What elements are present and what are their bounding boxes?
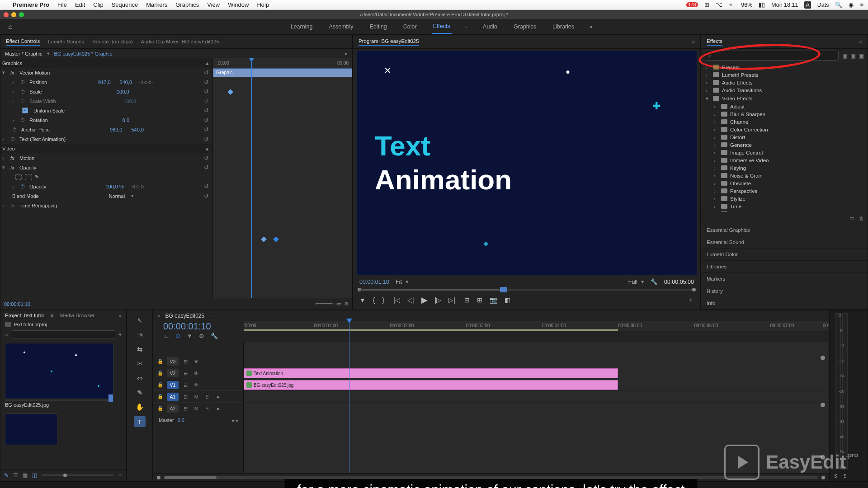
- add-marker-icon[interactable]: ▼: [359, 296, 366, 304]
- ec-graphics-header[interactable]: Graphics: [2, 61, 22, 66]
- ripple-edit-tool[interactable]: ⇆: [134, 344, 146, 355]
- ec-text[interactable]: Text (Text Animation): [19, 136, 66, 142]
- freeform-view-icon[interactable]: ◫: [32, 472, 37, 479]
- track-v3[interactable]: V3: [167, 357, 179, 366]
- app-name[interactable]: Premiere Pro: [13, 1, 49, 8]
- fx-channel[interactable]: Channel: [730, 119, 750, 125]
- ec-pos-y[interactable]: 540,0: [120, 80, 132, 85]
- master-value[interactable]: 0,0: [178, 418, 184, 423]
- pen-tool[interactable]: ✎: [134, 387, 146, 398]
- snap-icon[interactable]: ⊏: [164, 333, 169, 339]
- new-item-icon[interactable]: ≣: [118, 472, 123, 479]
- fx-color-correction[interactable]: Color Correction: [730, 127, 768, 132]
- uniform-scale-checkbox[interactable]: [22, 108, 28, 113]
- workspace-graphics[interactable]: Graphics: [512, 20, 538, 33]
- ec-clip-label[interactable]: BG easyEdit025 * Graphic: [54, 51, 112, 56]
- fx-immersive[interactable]: Immersive Video: [730, 158, 769, 163]
- yuv-icon[interactable]: ▣: [859, 52, 864, 59]
- add-keyframe-icon[interactable]: ◇: [144, 80, 148, 84]
- effects-search-input[interactable]: [705, 51, 839, 61]
- battery-icon[interactable]: ▮▯: [759, 1, 765, 8]
- menu-sequence[interactable]: Sequence: [112, 1, 138, 8]
- tab-project[interactable]: Project: text tutor: [5, 313, 44, 318]
- timeline-playhead[interactable]: [349, 319, 349, 473]
- comparison-icon[interactable]: ◧: [505, 296, 510, 304]
- keyframe-diamond[interactable]: [261, 236, 267, 242]
- notification-center-icon[interactable]: ≡: [860, 1, 863, 8]
- extract-icon[interactable]: ⊞: [477, 296, 482, 304]
- tab-media-browser[interactable]: Media Browser: [60, 313, 95, 318]
- fx-noise[interactable]: Noise & Grain: [730, 173, 763, 178]
- notification-badge[interactable]: 178: [686, 2, 698, 7]
- ec-pos-x[interactable]: 917,0: [98, 80, 111, 85]
- workspace-libraries[interactable]: Libraries: [551, 20, 576, 33]
- panel-markers[interactable]: Markers: [701, 273, 868, 285]
- fx-stylize[interactable]: Stylize: [730, 196, 745, 202]
- clock[interactable]: Mon 18:11: [771, 2, 798, 8]
- ec-opacity[interactable]: Opacity: [19, 165, 36, 170]
- 32bit-icon[interactable]: ▣: [850, 52, 856, 59]
- input-source-icon[interactable]: A: [804, 1, 811, 9]
- ec-motion[interactable]: Motion: [19, 155, 34, 161]
- timeline-ruler[interactable]: :00:00 00:00:01:00 00:00:02:00 00:00:03:…: [244, 321, 829, 331]
- keyframe-diamond[interactable]: [227, 89, 233, 95]
- settings-icon[interactable]: ⚙: [344, 301, 349, 307]
- hand-tool[interactable]: ✋: [134, 402, 146, 413]
- reset-icon[interactable]: ↺: [204, 192, 209, 199]
- reset-icon[interactable]: ↺: [204, 136, 209, 142]
- workspace-color[interactable]: Color: [402, 20, 418, 33]
- fx-distort[interactable]: Distort: [730, 135, 745, 140]
- filter-icon[interactable]: ▾: [119, 332, 122, 338]
- ec-clipbar[interactable]: Graphic: [213, 68, 352, 77]
- lift-icon[interactable]: ⊟: [464, 296, 470, 304]
- go-to-out-icon[interactable]: ▷|: [448, 296, 455, 304]
- fx-badge-icon[interactable]: fx: [10, 70, 17, 75]
- workspace-editing[interactable]: Editing: [368, 20, 388, 33]
- mask-shape-icons[interactable]: ✎: [15, 174, 42, 180]
- reset-icon[interactable]: ↺: [204, 79, 209, 85]
- panel-menu-icon[interactable]: ≡: [859, 39, 862, 44]
- lock-icon[interactable]: 🔒: [156, 358, 164, 364]
- tab-program[interactable]: Program: BG easyEdit025: [359, 38, 419, 46]
- workspace-menu-icon[interactable]: ≡: [465, 24, 468, 29]
- stopwatch-icon[interactable]: ⏱: [20, 184, 27, 189]
- fx-presets[interactable]: Presets: [722, 65, 740, 70]
- workspace-assembly[interactable]: Assembly: [327, 20, 354, 33]
- panel-history[interactable]: History: [701, 285, 868, 297]
- mute-icon[interactable]: M: [192, 394, 200, 399]
- resolution-dropdown[interactable]: Full: [628, 278, 644, 285]
- fx-badge-icon[interactable]: fx: [10, 165, 17, 170]
- menu-help[interactable]: Help: [257, 1, 269, 8]
- ec-time-remap[interactable]: Time Remapping: [19, 203, 57, 208]
- reset-icon[interactable]: ↺: [204, 69, 209, 76]
- reset-icon[interactable]: ↺: [204, 88, 209, 95]
- new-bin-icon[interactable]: 🗀: [849, 216, 854, 221]
- stopwatch-icon[interactable]: ⏱: [20, 89, 27, 94]
- panel-menu-icon[interactable]: ≡: [692, 39, 695, 44]
- clip-bg[interactable]: BG easyEdit025.jpg: [244, 380, 618, 390]
- ec-ap-y[interactable]: 540,0: [131, 127, 144, 132]
- reset-icon[interactable]: ↺: [204, 126, 209, 133]
- fx-audio-effects[interactable]: Audio Effects: [722, 80, 753, 85]
- chevron-down-icon[interactable]: ▾: [2, 164, 8, 170]
- fx-video-effects[interactable]: Video Effects: [722, 96, 752, 101]
- step-back-icon[interactable]: ◁|: [407, 296, 414, 304]
- collapse-icon[interactable]: ▸◂: [232, 418, 238, 423]
- sequence-name[interactable]: BG easyEdit025: [165, 313, 204, 319]
- collapse-icon[interactable]: ▴: [206, 145, 209, 152]
- add-keyframe-icon[interactable]: ◇: [136, 184, 140, 189]
- track-v1[interactable]: V1: [167, 381, 179, 389]
- chevron-down-icon[interactable]: ▾: [47, 51, 50, 56]
- type-tool[interactable]: T: [134, 416, 146, 427]
- fx-lumetri-presets[interactable]: Lumetri Presets: [722, 72, 759, 78]
- fx-obsolete[interactable]: Obsolete: [730, 181, 751, 186]
- track-v2[interactable]: V2: [167, 369, 179, 377]
- fx-generate[interactable]: Generate: [730, 142, 752, 148]
- display-icon[interactable]: ⊞: [704, 1, 709, 8]
- next-keyframe-icon[interactable]: ▷: [149, 80, 153, 84]
- username[interactable]: Dats: [817, 2, 829, 8]
- step-forward-icon[interactable]: |▷: [435, 296, 442, 304]
- workspace-effects[interactable]: Effects: [432, 19, 452, 34]
- stopwatch-icon[interactable]: ⏱: [20, 80, 27, 85]
- ec-opacity-v[interactable]: 100,0 %: [105, 184, 123, 189]
